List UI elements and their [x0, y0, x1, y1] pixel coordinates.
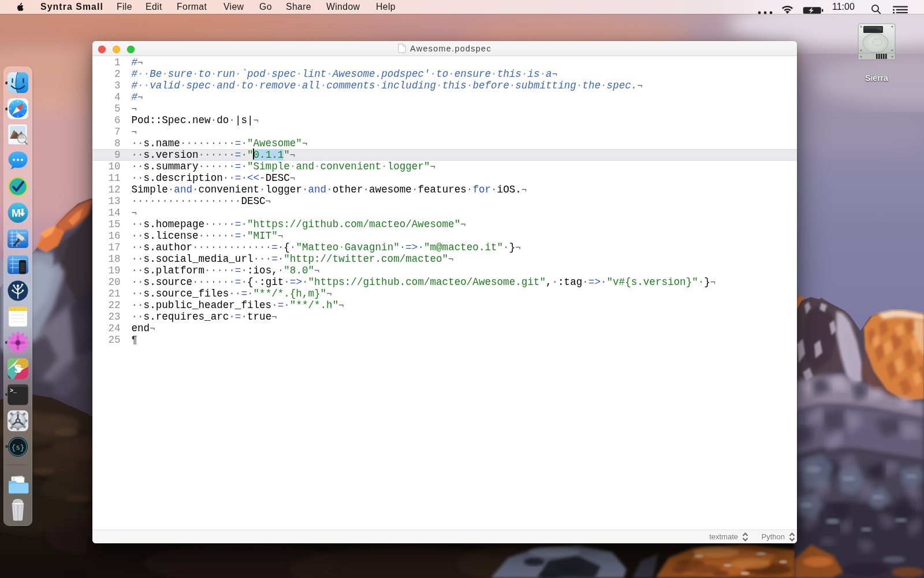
svg-text:{s}: {s} [12, 444, 25, 452]
svg-text:M: M [12, 207, 21, 219]
svg-text:S: S [14, 362, 21, 375]
svg-text:>_: >_ [10, 388, 17, 394]
